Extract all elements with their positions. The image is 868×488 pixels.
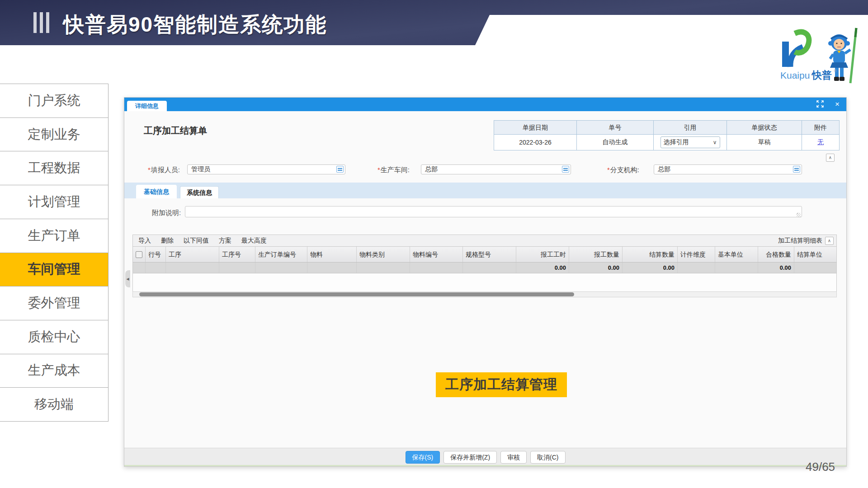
toolbar-delete-button[interactable]: 删除 [161,237,174,245]
header-col-docno: 单号 [577,121,653,135]
sidebar-item-workshop-management[interactable]: 车间管理 [0,253,108,287]
select-all-checkbox[interactable] [136,251,142,258]
branch-picker-icon[interactable] [793,166,800,173]
slide-header-banner: 快普易90智能制造系统功能 [0,0,868,45]
sidebar-menu: 门户系统 定制业务 工程数据 计划管理 生产订单 车间管理 委外管理 质检中心 … [0,84,108,422]
document-title: 工序加工结算单 [144,125,207,137]
col-process-no[interactable]: 工序号 [219,247,255,262]
document-header-table: 单据日期 2022-03-26 单号 自动生成 引用 选择引用 ∨ 单据状态 草… [494,120,840,150]
col-row-no[interactable]: 行号 [146,247,166,262]
tab-basic-info[interactable]: 基础信息 [136,185,177,198]
doc-status-value: 草稿 [727,135,802,150]
attachment-link[interactable]: 无 [817,138,824,146]
horizontal-scrollbar[interactable] [132,291,837,297]
resize-handle-icon[interactable] [797,213,801,217]
cell-reported-hours: 0.00 [516,263,569,273]
bottom-button-bar: 保存(S) 保存并新增(Z) 审核 取消(C) [124,448,846,466]
col-settle-unit[interactable]: 结算单位 [794,247,836,262]
required-mark: * [148,166,151,174]
sidebar-item-engineering-data[interactable]: 工程数据 [0,151,108,185]
window-bottom-edge [124,465,846,466]
required-mark: * [377,166,380,174]
sidebar-item-production-cost[interactable]: 生产成本 [0,354,108,388]
col-piece-dimension[interactable]: 计件维度 [678,247,715,262]
reporter-input[interactable] [187,164,345,174]
header-col-attachment: 附件 [802,121,839,135]
col-base-unit[interactable]: 基本单位 [715,247,758,262]
inner-tabstrip: 基础信息 系统信息 [124,183,846,198]
note-label: 附加说明: [152,209,181,217]
grid-data-row[interactable]: 0.00 0.00 0.00 0.00 [132,263,837,273]
window-tab-detail[interactable]: 详细信息 [127,101,167,111]
collapse-header-icon[interactable]: ∧ [826,154,835,162]
sidebar-item-production-order[interactable]: 生产订单 [0,219,108,253]
note-input[interactable] [185,206,802,217]
logo-registered-mark: ® [834,69,837,73]
panel-collapse-handle[interactable]: ◀ [125,270,130,287]
save-and-new-button[interactable]: 保存并新增(Z) [443,451,497,464]
tab-system-info[interactable]: 系统信息 [180,186,219,198]
reporter-picker-icon[interactable] [336,166,344,173]
back-arrow-icon: ◀ [126,277,129,281]
cell-reported-qty: 0.00 [569,263,623,273]
col-qualified-qty[interactable]: 合格数量 [758,247,794,262]
workshop-picker-icon[interactable] [562,166,569,173]
sidebar-item-plan-management[interactable]: 计划管理 [0,185,108,219]
grid-header-row: 行号 工序 工序号 生产订单编号 物料 物料类别 物料编号 规格型号 报工工时 … [132,247,837,263]
toolbar-scheme-button[interactable]: 方案 [219,237,231,245]
header-col-status: 单据状态 [727,121,802,135]
slide-title: 快普易90智能制造系统功能 [63,11,327,39]
header-col-date: 单据日期 [494,121,576,135]
kuaipu-logo: Kuaipu 快普 ® [779,27,865,86]
scrollbar-thumb[interactable] [139,292,574,296]
chevron-down-icon: ∨ [713,139,717,145]
sidebar-item-quality-center[interactable]: 质检中心 [0,320,108,354]
app-window: 详细信息 × 工序加工结算单 单据日期 2022-03-26 单号 自动生成 引… [124,97,847,467]
field-label-branch: *分支机构: [607,166,639,174]
logo-brand-en: Kuaipu [780,70,810,80]
required-mark: * [607,166,610,174]
col-reported-qty[interactable]: 报工数量 [569,247,623,262]
cell-settle-qty: 0.00 [623,263,678,273]
window-titlebar: 详细信息 × [124,98,846,111]
toolbar-max-height-button[interactable]: 最大高度 [241,237,267,245]
field-label-workshop: *生产车间: [377,166,410,174]
close-icon[interactable]: × [832,100,842,109]
reference-dropdown[interactable]: 选择引用 ∨ [660,136,720,148]
col-settle-qty[interactable]: 结算数量 [623,247,678,262]
audit-button[interactable]: 审核 [500,451,527,464]
sidebar-item-portal[interactable]: 门户系统 [0,84,108,118]
cancel-button[interactable]: 取消(C) [530,451,565,464]
col-material-no[interactable]: 物料编号 [410,247,463,262]
col-material-category[interactable]: 物料类别 [357,247,410,262]
feature-callout: 工序加工结算管理 [436,372,567,397]
save-button[interactable]: 保存(S) [406,451,440,464]
col-process[interactable]: 工序 [166,247,219,262]
col-spec-model[interactable]: 规格型号 [463,247,516,262]
grid-empty-area [132,273,837,291]
col-reported-hours[interactable]: 报工工时 [516,247,569,262]
triple-bar-icon [33,12,49,33]
collapse-grid-icon[interactable]: ∧ [825,237,834,245]
doc-date-value: 2022-03-26 [494,135,576,150]
toolbar-import-button[interactable]: 导入 [138,237,151,245]
sidebar-item-mobile[interactable]: 移动端 [0,388,108,421]
detail-grid: 导入 删除 以下同值 方案 最大高度 加工结算明细表 ∧ 行号 工序 工序号 生… [132,235,837,297]
toolbar-same-below-button[interactable]: 以下同值 [184,237,209,245]
col-production-order-no[interactable]: 生产订单编号 [255,247,307,262]
sidebar-item-custom-business[interactable]: 定制业务 [0,118,108,152]
page-number: 49/65 [806,460,835,474]
header-col-reference: 引用 [654,121,726,135]
kuaipu-logo-text: Kuaipu 快普 ® [780,69,837,82]
branch-input[interactable] [654,164,802,174]
slide: 快普易90智能制造系统功能 [0,0,868,488]
col-material[interactable]: 物料 [307,247,357,262]
doc-no-value: 自动生成 [577,135,653,150]
sidebar-item-outsourcing[interactable]: 委外管理 [0,286,108,320]
field-label-reporter: *填报人员: [148,166,180,174]
workshop-input[interactable] [421,164,571,174]
grid-toolbar: 导入 删除 以下同值 方案 最大高度 加工结算明细表 ∧ [132,235,837,247]
logo-brand-cn: 快普 [812,70,832,81]
cell-qualified-qty: 0.00 [758,263,794,273]
fullscreen-icon[interactable] [815,100,825,109]
